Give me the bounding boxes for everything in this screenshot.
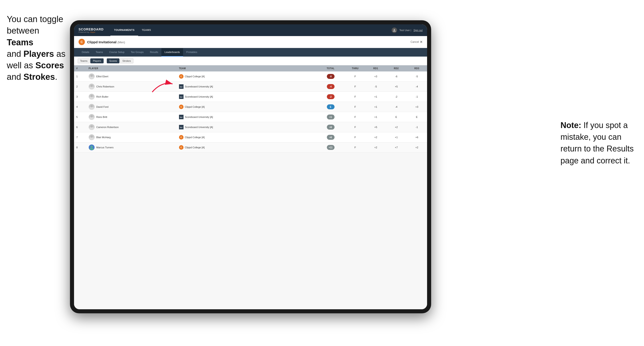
cell-rd1: +3 [366, 71, 386, 82]
svg-point-15 [90, 115, 93, 117]
player-cell-inner: Rich Butler [89, 94, 174, 100]
subtab-teams[interactable]: Teams [78, 58, 90, 63]
tournament-title: Clippd Invitational (Men) [87, 40, 125, 44]
team-name: Scoreboard University [A] [185, 126, 213, 129]
cell-num: 7 [74, 132, 86, 143]
player-avatar [89, 104, 94, 110]
svg-text:SU: SU [180, 96, 182, 98]
cancel-button[interactable]: Cancel ✕ [410, 40, 422, 44]
leaderboard-tbody: 1Elliot EbertCClippd College [A]-8F+3-6-… [74, 71, 427, 153]
tab-course-setup[interactable]: Course Setup [106, 48, 128, 57]
cell-rd1: +2 [366, 143, 386, 153]
user-avatar [392, 27, 397, 33]
subtab-players[interactable]: Players [90, 58, 104, 63]
table-row: 5Rees BrittSUScoreboard University [A]+1… [74, 112, 427, 122]
nav-tournaments[interactable]: TOURNAMENTS [110, 24, 138, 36]
team-cell-inner: SUScoreboard University [A] [179, 84, 314, 89]
team-cell-inner: CClippd College [A] [179, 145, 314, 150]
cell-rd3: +3 [406, 102, 427, 112]
player-name: Elliot Ebert [96, 75, 108, 78]
col-header-rd1: RD1 [366, 65, 386, 71]
score-badge: -2 [327, 94, 334, 99]
sign-out-link[interactable]: Sign out [414, 29, 422, 31]
team-name: Scoreboard University [A] [185, 116, 213, 118]
team-name: Scoreboard University [A] [185, 95, 213, 98]
player-name: Rees Britt [96, 116, 107, 118]
left-annotation: You can toggle between Teams and Players… [7, 13, 66, 83]
subtab-strokes[interactable]: Strokes [120, 58, 133, 63]
cell-rd3: +2 [406, 143, 427, 153]
tab-teams[interactable]: Teams [92, 48, 106, 57]
cell-total: -8 [316, 71, 345, 82]
team-cell-inner: SUScoreboard University [A] [179, 125, 314, 129]
col-header-rd3: RD3 [406, 65, 427, 71]
cell-num: 1 [74, 71, 86, 82]
cell-rd2: E [386, 112, 406, 122]
team-logo: SU [179, 115, 184, 119]
player-cell-inner: David Ford [89, 104, 174, 110]
cell-rd1: +1 [366, 112, 386, 122]
tablet-screen: SCOREBOARD Powered by clippd TOURNAMENTS… [74, 24, 427, 309]
svg-point-1 [394, 29, 395, 30]
team-logo: SU [179, 84, 184, 89]
cell-rd3: -5 [406, 71, 427, 82]
team-cell-inner: SUScoreboard University [A] [179, 115, 314, 119]
bold-scores: Scores [36, 61, 64, 70]
cell-rd2: +5 [386, 82, 406, 92]
cell-rd1: +1 [366, 102, 386, 112]
cell-total: +11 [316, 143, 345, 153]
navbar-logo: SCOREBOARD Powered by clippd [78, 27, 104, 33]
score-badge: +1 [327, 115, 334, 120]
cell-total: +6 [316, 132, 345, 143]
leaderboard-table: # PLAYER TEAM TOTAL THRU RD1 RD2 RD3 1El… [74, 65, 427, 153]
bold-strokes: Strokes [24, 72, 55, 82]
col-header-num: # [74, 65, 86, 71]
cell-team: SUScoreboard University [A] [177, 82, 316, 92]
cell-total: -4 [316, 82, 345, 92]
team-logo: SU [179, 94, 184, 99]
tab-printables[interactable]: Printables [183, 48, 200, 57]
cell-total: +6 [316, 122, 345, 132]
svg-text:SU: SU [180, 116, 182, 118]
cell-rd2: +2 [386, 122, 406, 132]
cell-thru: F [345, 82, 366, 92]
table-header-row: # PLAYER TEAM TOTAL THRU RD1 RD2 RD3 [74, 65, 427, 71]
cell-total: +1 [316, 112, 345, 122]
col-header-team: TEAM [177, 65, 316, 71]
player-cell-inner: Marcus Turners [89, 145, 174, 150]
bold-teams: Teams [7, 38, 34, 47]
cell-rd1: +2 [366, 132, 386, 143]
svg-point-24 [90, 146, 93, 148]
team-name: Clippd College [A] [185, 136, 205, 139]
score-badge: +6 [327, 135, 334, 140]
tab-leaderboards[interactable]: Leaderboards [162, 48, 183, 57]
table-row: 7Blair McHargCClippd College [A]+6F+2+1+… [74, 132, 427, 143]
tab-results[interactable]: Results [147, 48, 162, 57]
cell-team: CClippd College [A] [177, 102, 316, 112]
team-logo: C [179, 105, 184, 109]
score-badge: +6 [327, 125, 334, 130]
cell-team: SUScoreboard University [A] [177, 92, 316, 102]
player-avatar [89, 94, 94, 100]
player-name: Rich Butler [96, 95, 108, 98]
col-header-player: PLAYER [86, 65, 177, 71]
arrow-annotation [149, 79, 176, 93]
cell-rd3: -4 [406, 82, 427, 92]
navbar-right: Test User | Sign out [392, 27, 422, 33]
nav-links: TOURNAMENTS TEAMS [110, 24, 392, 36]
subtab-scores[interactable]: Scores [107, 58, 120, 63]
cell-rd1: +1 [366, 92, 386, 102]
cell-team: CClippd College [A] [177, 132, 316, 143]
cell-num: 5 [74, 112, 86, 122]
player-name: David Ford [96, 106, 108, 108]
cell-rd2: -2 [386, 92, 406, 102]
nav-teams[interactable]: TEAMS [138, 24, 154, 36]
player-avatar [89, 145, 94, 150]
tab-tee-groups[interactable]: Tee Groups [128, 48, 147, 57]
cell-thru: F [345, 92, 366, 102]
player-name: Marcus Turners [96, 146, 114, 149]
cell-num: 4 [74, 102, 86, 112]
user-text: Test User | [399, 29, 411, 31]
cell-num: 2 [74, 82, 86, 92]
tab-details[interactable]: Details [78, 48, 92, 57]
